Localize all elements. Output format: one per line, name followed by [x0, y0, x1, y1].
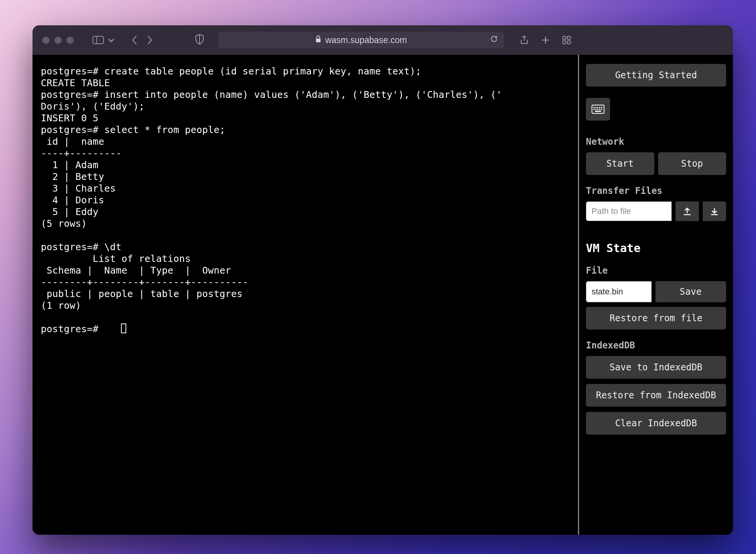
keyboard-button[interactable] — [586, 98, 610, 121]
browser-window: wasm.supabase.com postgres=# create tabl… — [33, 25, 733, 535]
terminal-output: postgres=# create table people (id seria… — [41, 66, 502, 311]
file-label: File — [586, 265, 726, 276]
keyboard-icon — [592, 105, 604, 114]
svg-rect-8 — [563, 41, 566, 44]
back-button[interactable] — [131, 35, 138, 45]
svg-rect-16 — [593, 109, 595, 110]
restore-indexeddb-button[interactable]: Restore from IndexedDB — [586, 384, 726, 407]
download-button[interactable] — [703, 201, 726, 221]
nav-arrows — [131, 35, 153, 45]
control-sidebar: Getting Started Network Start Stop Trans… — [578, 55, 733, 535]
minimize-window-icon[interactable] — [54, 37, 62, 44]
terminal-cursor — [121, 323, 126, 333]
network-label: Network — [586, 136, 726, 147]
svg-rect-18 — [597, 109, 598, 110]
upload-button[interactable] — [675, 201, 699, 221]
network-stop-button[interactable]: Stop — [658, 152, 727, 175]
browser-toolbar: wasm.supabase.com — [33, 25, 733, 55]
svg-rect-20 — [601, 109, 602, 110]
url-text: wasm.supabase.com — [325, 35, 407, 45]
download-icon — [710, 206, 719, 216]
upload-icon — [682, 206, 692, 216]
maximize-window-icon[interactable] — [67, 37, 74, 44]
terminal[interactable]: postgres=# create table people (id seria… — [33, 55, 578, 535]
svg-rect-9 — [567, 41, 570, 44]
transfer-files-label: Transfer Files — [586, 186, 726, 196]
svg-rect-11 — [593, 107, 595, 108]
save-indexeddb-button[interactable]: Save to IndexedDB — [586, 356, 726, 379]
terminal-prompt: postgres=# — [41, 323, 104, 334]
indexeddb-label: IndexedDB — [586, 340, 726, 351]
svg-rect-7 — [567, 36, 570, 39]
svg-rect-15 — [601, 107, 602, 108]
vm-state-heading: VM State — [586, 241, 726, 255]
network-start-button[interactable]: Start — [586, 152, 654, 175]
close-window-icon[interactable] — [42, 37, 50, 44]
svg-rect-12 — [595, 107, 596, 108]
sidebar-toggle-button[interactable] — [93, 36, 117, 44]
page-content: postgres=# create table people (id seria… — [33, 55, 733, 535]
svg-rect-19 — [599, 109, 600, 110]
svg-rect-0 — [93, 36, 104, 44]
svg-rect-14 — [599, 107, 600, 108]
chevron-down-icon — [105, 36, 117, 44]
svg-rect-3 — [316, 39, 321, 42]
restore-from-file-button[interactable]: Restore from file — [586, 307, 726, 330]
traffic-lights — [42, 37, 74, 44]
svg-rect-6 — [563, 36, 566, 39]
svg-rect-17 — [595, 109, 596, 110]
sidebar-icon — [93, 36, 104, 44]
shield-icon — [195, 34, 204, 45]
lock-icon — [315, 35, 321, 45]
clear-indexeddb-button[interactable]: Clear IndexedDB — [586, 412, 726, 435]
toolbar-right — [519, 35, 572, 45]
tab-overview-button[interactable] — [562, 35, 572, 45]
forward-button[interactable] — [146, 35, 153, 45]
file-path-input[interactable] — [586, 201, 672, 221]
new-tab-button[interactable] — [541, 35, 550, 45]
reload-icon — [490, 35, 498, 43]
url-bar[interactable]: wasm.supabase.com — [218, 32, 504, 48]
share-button[interactable] — [519, 35, 529, 45]
privacy-shield-button[interactable] — [195, 34, 204, 46]
svg-rect-13 — [597, 107, 598, 108]
reload-button[interactable] — [490, 35, 498, 45]
svg-rect-21 — [595, 111, 601, 112]
getting-started-button[interactable]: Getting Started — [586, 64, 726, 87]
state-file-input[interactable] — [586, 281, 652, 302]
save-state-button[interactable]: Save — [655, 281, 727, 302]
